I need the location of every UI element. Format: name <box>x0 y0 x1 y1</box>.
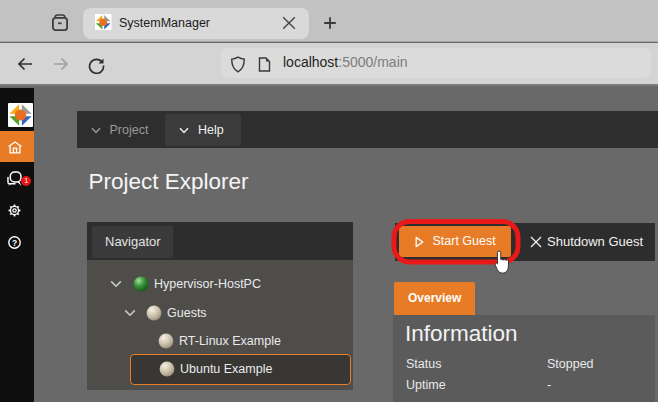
menu-project-label: Project <box>110 123 149 137</box>
guest-toolbar: Start Guest Shutdown Guest <box>395 223 655 261</box>
info-row-uptime: Uptime- <box>406 378 446 392</box>
info-row-status: StatusStopped <box>406 357 441 371</box>
url-text[interactable]: localhost:5000/main <box>283 48 408 77</box>
reload-button[interactable] <box>88 57 105 74</box>
screen: SystemManager localho <box>0 0 658 402</box>
info-label: Status <box>406 357 441 371</box>
web-content: 1 ? Project <box>0 88 658 402</box>
app-menubar: Project Help <box>77 111 658 148</box>
home-icon <box>8 141 22 154</box>
url-path: :5000/main <box>338 54 407 70</box>
info-value: Stopped <box>547 357 594 371</box>
sidebar-item-messages[interactable]: 1 <box>7 171 34 189</box>
browser-tab-bar: SystemManager <box>0 0 658 42</box>
shield-icon[interactable] <box>230 56 246 73</box>
tree-node-ball <box>159 361 175 377</box>
tree-item-ubuntu-example[interactable]: Ubuntu Example <box>87 355 353 383</box>
tab-title: SystemManager <box>119 8 210 39</box>
tree-node-ball <box>133 276 149 292</box>
info-value: - <box>547 378 551 392</box>
start-guest-button[interactable]: Start Guest <box>399 226 511 257</box>
navigator-tree: Hypervisor-HostPCGuestsRT-Linux ExampleU… <box>87 260 353 390</box>
tab-close-icon[interactable] <box>281 15 297 31</box>
navigator-header: Navigator <box>87 222 353 260</box>
tree-node-ball <box>158 333 174 349</box>
sidebar-item-home[interactable] <box>0 131 34 162</box>
chat-icon <box>7 171 23 187</box>
chevron-down-icon[interactable] <box>124 309 136 317</box>
shutdown-guest-label: Shutdown Guest <box>547 226 643 257</box>
menu-help[interactable]: Help <box>165 114 241 146</box>
app-sidebar: 1 ? <box>0 88 34 402</box>
play-icon <box>415 236 424 248</box>
tree-item-label: Ubuntu Example <box>180 355 272 383</box>
gear-icon[interactable] <box>8 204 21 217</box>
information-title: Information <box>405 321 518 347</box>
forward-button[interactable] <box>50 54 72 74</box>
information-panel: Information StatusStoppedUptime- <box>393 315 655 402</box>
info-label: Uptime <box>406 378 446 392</box>
app-logo[interactable] <box>8 103 33 127</box>
navigator-tab[interactable]: Navigator <box>92 226 173 258</box>
navigator-panel: Navigator Hypervisor-HostPCGuestsRT-Linu… <box>87 222 353 390</box>
pinwheel-logo-icon <box>8 103 33 127</box>
url-host: localhost <box>283 54 338 70</box>
tree-item-guests[interactable]: Guests <box>87 299 353 327</box>
back-button[interactable] <box>14 54 36 74</box>
tree-item-hypervisor-hostpc[interactable]: Hypervisor-HostPC <box>87 270 353 298</box>
app-favicon <box>95 14 112 31</box>
tree-node-ball <box>146 305 162 321</box>
tab-overview[interactable]: Overview <box>394 282 475 315</box>
app-page: Project Help Project Explorer Navigator … <box>34 88 658 402</box>
help-icon[interactable]: ? <box>8 236 21 249</box>
start-guest-label: Start Guest <box>433 226 496 257</box>
address-bar[interactable]: localhost:5000/main <box>221 48 651 78</box>
svg-text:?: ? <box>12 238 17 248</box>
browser-tab[interactable]: SystemManager <box>83 8 309 39</box>
menu-help-label: Help <box>198 123 224 137</box>
tree-item-label: RT-Linux Example <box>179 327 281 355</box>
notification-badge: 1 <box>21 176 31 186</box>
page-icon[interactable] <box>257 56 272 73</box>
tree-item-label: Hypervisor-HostPC <box>154 270 261 298</box>
new-tab-button[interactable] <box>321 14 339 32</box>
page-title: Project Explorer <box>89 169 249 195</box>
x-icon <box>530 236 542 248</box>
firefox-view-icon[interactable] <box>52 14 68 31</box>
tree-item-label: Guests <box>167 299 207 327</box>
chevron-down-icon[interactable] <box>110 280 122 288</box>
tree-item-rt-linux-example[interactable]: RT-Linux Example <box>87 327 353 355</box>
browser-nav-bar: localhost:5000/main <box>0 43 658 86</box>
menu-project[interactable]: Project <box>77 114 148 146</box>
